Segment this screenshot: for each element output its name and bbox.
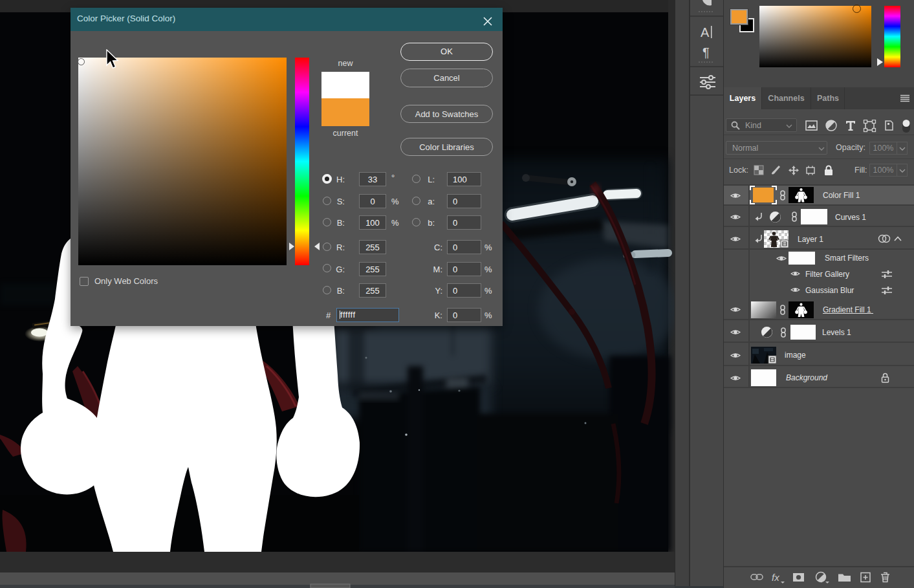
svg-text:A: A: [701, 25, 710, 39]
svg-text:fx: fx: [772, 572, 779, 583]
svg-text:¶: ¶: [702, 45, 710, 60]
